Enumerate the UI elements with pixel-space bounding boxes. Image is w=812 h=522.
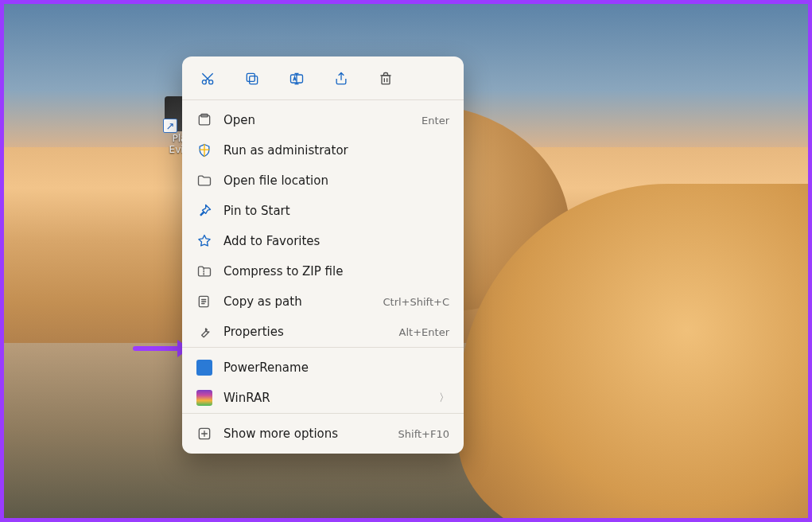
menu-item-open-file-location[interactable]: Open file location — [182, 166, 464, 196]
menu-item-run-as-admin[interactable]: Run as administrator — [182, 135, 464, 166]
share-button[interactable] — [330, 68, 352, 90]
copy-button[interactable] — [241, 68, 263, 90]
context-menu-top-actions — [182, 56, 464, 99]
accelerator: Alt+Enter — [399, 326, 449, 338]
zip-icon — [196, 263, 212, 279]
wrench-icon — [196, 324, 212, 340]
accelerator: Shift+F10 — [398, 428, 449, 440]
menu-item-powerrename[interactable]: PowerRename — [182, 353, 464, 383]
svg-rect-3 — [247, 73, 254, 81]
menu-divider — [182, 413, 464, 414]
svg-rect-2 — [250, 76, 258, 84]
folder-icon — [196, 173, 212, 189]
more-options-icon — [196, 426, 212, 442]
menu-item-properties[interactable]: Properties Alt+Enter — [182, 317, 464, 347]
pin-icon — [196, 203, 212, 219]
cut-button[interactable] — [196, 68, 219, 90]
powerrename-icon — [196, 360, 212, 376]
svg-rect-5 — [382, 76, 390, 84]
accelerator: Ctrl+Shift+C — [383, 296, 449, 308]
menu-item-compress-zip[interactable]: Compress to ZIP file — [182, 256, 464, 286]
menu-item-open[interactable]: Open Enter — [182, 105, 464, 135]
svg-point-0 — [202, 80, 206, 84]
accelerator: Enter — [422, 115, 449, 127]
svg-point-1 — [209, 80, 213, 84]
menu-item-winrar[interactable]: WinRAR 〉 — [182, 383, 464, 413]
shortcut-arrow-overlay-icon: ↗ — [163, 119, 177, 133]
menu-divider — [182, 99, 464, 100]
copy-path-icon — [196, 294, 212, 310]
menu-item-show-more-options[interactable]: Show more options Shift+F10 — [182, 419, 464, 449]
menu-item-copy-as-path[interactable]: Copy as path Ctrl+Shift+C — [182, 286, 464, 317]
rename-button[interactable] — [286, 68, 308, 90]
menu-item-add-to-favorites[interactable]: Add to Favorites — [182, 226, 464, 256]
menu-divider — [182, 347, 464, 348]
chevron-right-icon: 〉 — [439, 391, 449, 405]
menu-item-pin-to-start[interactable]: Pin to Start — [182, 196, 464, 226]
context-menu: Open Enter Run as administrator Open fil… — [182, 56, 464, 454]
open-icon — [196, 112, 212, 128]
delete-button[interactable] — [375, 68, 397, 90]
shield-icon — [196, 142, 212, 158]
star-icon — [196, 233, 212, 249]
winrar-icon — [196, 390, 212, 406]
